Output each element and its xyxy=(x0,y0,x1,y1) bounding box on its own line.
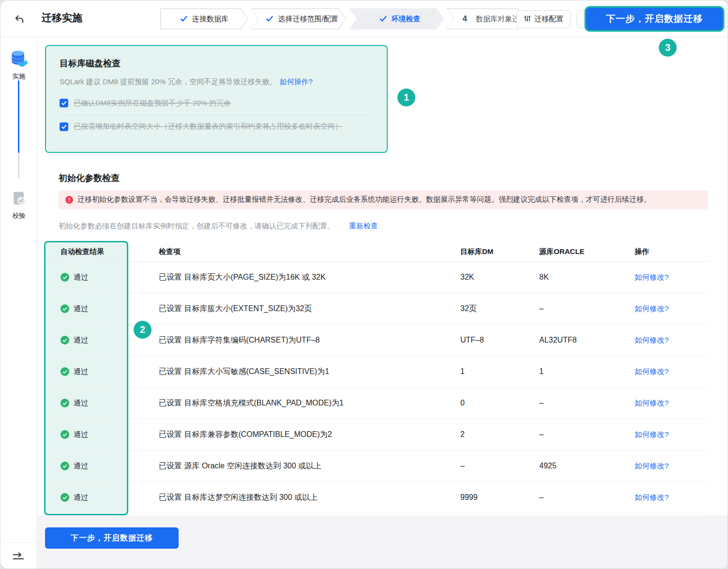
pass-check-icon xyxy=(61,430,69,439)
row-check-item: 已设置 源库 Oracle 空闲连接数达到 300 或以上 xyxy=(127,461,460,471)
row-dm-value: 2 xyxy=(460,430,539,439)
disk-check-item-label: 已确认DM8实例所在磁盘预留不少于 20% 的冗余 xyxy=(74,99,231,108)
row-dm-value: – xyxy=(460,462,539,470)
disk-check-description-text: SQLark 建议 DM8 提前预留 20% 冗余，空间不足将导致迁移失败。 xyxy=(60,77,276,86)
main-content: 目标库磁盘检查 SQLark 建议 DM8 提前预留 20% 冗余，空间不足将导… xyxy=(37,37,728,569)
param-check-alert: ! 迁移初始化参数设置不当，会导致迁移失败、迁移批量报错并无法修改、迁移完成后业… xyxy=(59,190,708,209)
database-migrate-icon xyxy=(9,49,29,70)
row-status: 通过 xyxy=(74,367,88,376)
alert-exclamation-icon: ! xyxy=(65,196,73,204)
recheck-link[interactable]: 重新检查 xyxy=(349,222,378,230)
row-check-item: 已设置 目标库字符集编码(CHARSET)为UTF–8 xyxy=(127,335,460,345)
table-row: 通过 已设置 目标库页大小(PAGE_SIZE)为16K 或 32K 32K 8… xyxy=(45,262,708,293)
back-button[interactable] xyxy=(11,12,27,28)
row-dm-value: UTF–8 xyxy=(460,336,539,344)
row-check-item: 已设置 目标库达梦空闲连接数达到 300 或以上 xyxy=(127,493,460,503)
step-label: 选择迁移范围/配置 xyxy=(278,15,338,24)
row-oracle-value: – xyxy=(539,399,635,407)
row-dm-value: 1 xyxy=(460,367,539,376)
sidebar-item-verify[interactable]: 校验 xyxy=(0,190,37,220)
row-oracle-value: 8K xyxy=(539,273,635,282)
row-oracle-value: – xyxy=(539,493,635,502)
col-header-source-oracle: 源库ORACLE xyxy=(539,247,635,256)
how-to-modify-link[interactable]: 如何修改? xyxy=(635,367,669,375)
row-status: 通过 xyxy=(74,304,88,314)
step-environment-check[interactable]: 环境检查 xyxy=(349,8,444,30)
header-bar: 迁移实施 连接数据库 选择迁移范围/配置 xyxy=(0,0,728,37)
pass-check-icon xyxy=(61,493,69,502)
row-check-item: 已设置 目标库空格填充模式(BLANK_PAD_MODE)为1 xyxy=(127,398,460,408)
app-window: 迁移实施 连接数据库 选择迁移范围/配置 xyxy=(0,0,728,569)
param-check-table: 自动检查结果 检查项 目标库DM 源库ORACLE 操作 通过 已设置 目标库页… xyxy=(45,242,708,513)
param-check-note: 初始化参数必须在创建目标库实例时指定，创建后不可修改，请确认已完成下列配置。重新… xyxy=(59,222,378,231)
row-status: 通过 xyxy=(74,399,88,408)
row-dm-value: 9999 xyxy=(460,493,539,502)
table-row: 通过 已设置 目标库空格填充模式(BLANK_PAD_MODE)为1 0 – 如… xyxy=(45,388,708,419)
checkbox-checked[interactable] xyxy=(60,99,68,107)
row-status: 通过 xyxy=(74,493,88,502)
step-label: 连接数据库 xyxy=(192,15,228,24)
row-status: 通过 xyxy=(74,273,88,282)
row-oracle-value: – xyxy=(539,430,635,439)
pass-check-icon xyxy=(61,367,69,376)
col-header-action: 操作 xyxy=(635,247,708,256)
disk-check-item: 已确认DM8实例所在磁盘预留不少于 20% 的冗余 xyxy=(60,91,373,115)
how-to-modify-link[interactable]: 如何修改? xyxy=(635,273,669,281)
step-database-objects[interactable]: 4 数据库对象迁移 xyxy=(446,8,519,30)
migration-config-button[interactable]: 迁移配置 xyxy=(516,10,571,28)
how-to-operate-link[interactable]: 如何操作? xyxy=(279,77,312,86)
table-row: 通过 已设置 目标库簇大小(EXTENT_SIZE)为32页 32页 – 如何修… xyxy=(45,293,708,325)
annotation-badge-1: 1 xyxy=(397,89,415,106)
step-connect-database[interactable]: 连接数据库 xyxy=(160,8,248,30)
how-to-modify-link[interactable]: 如何修改? xyxy=(635,336,669,344)
progress-line-todo xyxy=(18,153,19,179)
sliders-icon xyxy=(524,15,531,24)
collapse-icon xyxy=(12,552,25,564)
checkbox-checked[interactable] xyxy=(60,122,68,131)
step-select-scope[interactable]: 选择迁移范围/配置 xyxy=(251,8,347,30)
how-to-modify-link[interactable]: 如何修改? xyxy=(635,399,669,407)
col-header-target-dm: 目标库DM xyxy=(460,247,539,256)
wizard-steps: 连接数据库 选择迁移范围/配置 环境检查 xyxy=(160,8,519,30)
col-header-auto-result: 自动检查结果 xyxy=(45,242,127,261)
step-check-icon xyxy=(266,15,273,23)
row-oracle-value: – xyxy=(539,304,635,313)
sidebar-divider xyxy=(0,542,36,543)
row-check-item: 已设置 目标库大小写敏感(CASE_SENSITIVE)为1 xyxy=(127,367,460,377)
how-to-modify-link[interactable]: 如何修改? xyxy=(635,493,669,501)
disk-check-title: 目标库磁盘检查 xyxy=(60,58,373,69)
how-to-modify-link[interactable]: 如何修改? xyxy=(635,462,669,470)
collapse-sidebar-button[interactable] xyxy=(11,552,26,564)
row-check-item: 已设置 目标库簇大小(EXTENT_SIZE)为32页 xyxy=(127,304,460,314)
sidebar-item-implement[interactable]: 实施 xyxy=(0,49,37,81)
step-label: 数据库对象迁移 xyxy=(476,15,519,24)
param-check-note-text: 初始化参数必须在创建目标库实例时指定，创建后不可修改，请确认已完成下列配置。 xyxy=(59,222,334,230)
col-header-check-item: 检查项 xyxy=(127,247,460,256)
param-check-title: 初始化参数检查 xyxy=(59,172,120,184)
next-step-button-top[interactable]: 下一步，开启数据迁移 xyxy=(586,8,723,30)
step-check-icon xyxy=(379,15,387,23)
annotation-badge-3: 3 xyxy=(659,39,677,57)
row-oracle-value: 1 xyxy=(539,367,635,376)
migration-config-label: 迁移配置 xyxy=(534,15,563,24)
sidebar: 实施 校验 xyxy=(0,37,37,569)
table-row: 通过 已设置 目标库兼容参数(COMPATIBLE_MODE)为2 2 – 如何… xyxy=(45,419,708,450)
row-oracle-value: AL32UTF8 xyxy=(539,336,635,344)
annotation-badge-2: 2 xyxy=(134,321,152,339)
how-to-modify-link[interactable]: 如何修改? xyxy=(635,430,669,438)
how-to-modify-link[interactable]: 如何修改? xyxy=(635,304,669,313)
pass-check-icon xyxy=(61,399,69,407)
row-oracle-value: 4925 xyxy=(539,462,635,470)
row-dm-value: 32K xyxy=(460,273,539,282)
pass-check-icon xyxy=(61,304,69,313)
disk-check-item: 已按需增加临时表空间大小（迁移大数据量表的索引和约束将占用较多临时表空间） xyxy=(60,115,373,138)
disk-check-description: SQLark 建议 DM8 提前预留 20% 冗余，空间不足将导致迁移失败。如何… xyxy=(60,77,373,87)
next-step-button-bottom[interactable]: 下一步，开启数据迁移 xyxy=(45,527,179,549)
table-row: 通过 已设置 源库 Oracle 空闲连接数达到 300 或以上 – 4925 … xyxy=(45,450,708,482)
row-status: 通过 xyxy=(74,336,88,345)
page-title: 迁移实施 xyxy=(42,11,82,25)
disk-check-panel: 目标库磁盘检查 SQLark 建议 DM8 提前预留 20% 冗余，空间不足将导… xyxy=(45,45,388,153)
step-check-icon xyxy=(180,15,188,23)
pass-check-icon xyxy=(61,336,69,344)
disk-check-item-label: 已按需增加临时表空间大小（迁移大数据量表的索引和约束将占用较多临时表空间） xyxy=(74,122,342,131)
